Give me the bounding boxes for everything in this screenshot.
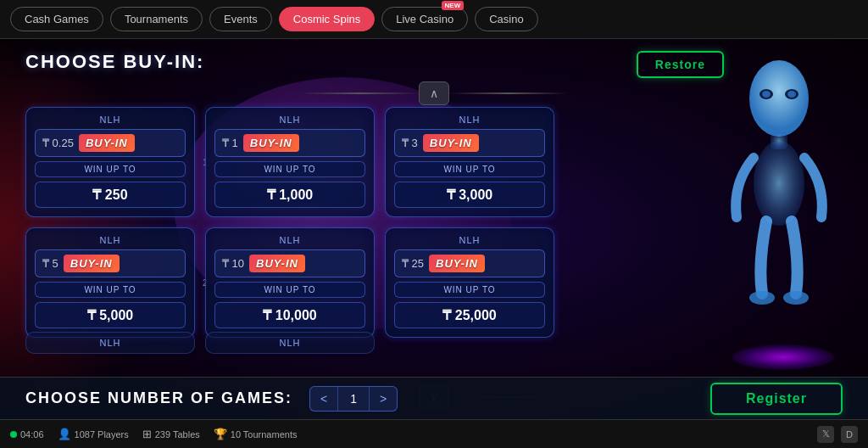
card-game-type-2: NLH [394, 115, 545, 125]
win-up-to-label-3: WIN UP TO [35, 282, 186, 298]
buy-in-card-3[interactable]: NLH ₸ 5 BUY-IN WIN UP TO ₸ 5,000 2 [25, 227, 195, 338]
main-content: CHOOSE BUY-IN: Restore ∧ NLH ₸ 0.25 BUY-… [0, 39, 868, 421]
win-amount-1: ₸ 1,000 [214, 182, 365, 208]
card-buy-in-label-2: BUY-IN [423, 134, 479, 152]
tables-label: 239 Tables [155, 429, 200, 440]
alien-character [715, 48, 851, 387]
alien-platform [732, 344, 834, 370]
time-dot [10, 431, 17, 438]
partial-card-0[interactable]: NLH [25, 332, 195, 354]
stepper-prev-button[interactable]: < [310, 387, 337, 411]
win-up-to-label-2: WIN UP TO [394, 161, 545, 177]
svg-point-0 [749, 60, 809, 137]
time-label: 04:06 [20, 429, 44, 440]
buy-in-card-0[interactable]: NLH ₸ 0.25 BUY-IN WIN UP TO ₸ 250 1 [25, 107, 195, 217]
win-amount-4: ₸ 10,000 [214, 302, 365, 328]
tab-cosmic-spins[interactable]: Cosmic Spins [279, 7, 375, 31]
card-buy-in-row-3: ₸ 5 BUY-IN [35, 249, 186, 277]
card-game-type-0: NLH [35, 115, 186, 125]
buy-in-card-2[interactable]: NLH ₸ 3 BUY-IN WIN UP TO ₸ 3,000 [385, 107, 554, 217]
partial-card-game-type-1: NLH [279, 338, 300, 348]
win-up-to-label-5: WIN UP TO [394, 282, 545, 298]
register-button[interactable]: Register [710, 383, 843, 415]
win-up-to-label-0: WIN UP TO [35, 161, 186, 177]
stepper-value: 1 [337, 387, 370, 411]
scroll-line-right [449, 92, 568, 94]
win-amount-5: ₸ 25,000 [394, 302, 545, 328]
svg-point-4 [787, 91, 796, 98]
restore-button[interactable]: Restore [637, 51, 724, 78]
num-stepper[interactable]: < 1 > [309, 386, 398, 412]
choose-num-label: CHOOSE NUMBER OF GAMES: [25, 389, 292, 407]
partial-cards-row: NLH NLH [25, 332, 375, 354]
card-game-type-5: NLH [394, 235, 545, 245]
card-amount-5: ₸ 25 [402, 257, 424, 270]
tab-cash-games[interactable]: Cash Games [10, 7, 103, 31]
card-buy-in-row-4: ₸ 10 BUY-IN [214, 249, 365, 277]
card-game-type-1: NLH [214, 115, 365, 125]
status-tables: ⊞ 239 Tables [142, 428, 200, 440]
bottom-games-section: CHOOSE NUMBER OF GAMES: < 1 > Register [0, 377, 868, 419]
buy-in-cards-grid: NLH ₸ 0.25 BUY-IN WIN UP TO ₸ 250 1 NLH … [25, 107, 554, 338]
win-amount-0: ₸ 250 [35, 182, 186, 208]
card-buy-in-row-5: ₸ 25 BUY-IN [394, 249, 545, 277]
status-tournaments: 🏆 10 Tournaments [214, 428, 298, 440]
win-up-to-label-1: WIN UP TO [214, 161, 365, 177]
scroll-line-left [300, 92, 419, 94]
scroll-up-control: ∧ [300, 81, 568, 105]
players-label: 1087 Players [75, 429, 129, 440]
buy-in-card-1[interactable]: NLH ₸ 1 BUY-IN WIN UP TO ₸ 1,000 [205, 107, 375, 217]
partial-card-1[interactable]: NLH [205, 332, 375, 354]
card-game-type-3: NLH [35, 235, 186, 245]
svg-point-6 [754, 141, 804, 226]
tournaments-icon: 🏆 [214, 428, 227, 440]
card-buy-in-row-1: ₸ 1 BUY-IN [214, 129, 365, 157]
card-buy-in-label-4: BUY-IN [249, 255, 305, 272]
new-badge-label: NEW [442, 1, 465, 10]
card-buy-in-label-1: BUY-IN [243, 134, 299, 152]
tables-icon: ⊞ [142, 428, 152, 440]
twitter-button[interactable]: 𝕏 [817, 426, 834, 443]
card-buy-in-row-0: ₸ 0.25 BUY-IN [35, 129, 186, 157]
card-buy-in-row-2: ₸ 3 BUY-IN [394, 129, 545, 157]
card-amount-0: ₸ 0.25 [42, 137, 74, 149]
card-game-type-4: NLH [214, 235, 365, 245]
buy-in-card-4[interactable]: NLH ₸ 10 BUY-IN WIN UP TO ₸ 10,000 [205, 227, 375, 338]
card-amount-1: ₸ 1 [222, 137, 238, 149]
tab-events[interactable]: Events [209, 7, 272, 31]
svg-point-3 [762, 91, 771, 98]
card-amount-2: ₸ 3 [402, 137, 418, 149]
status-time: 04:06 [10, 429, 44, 440]
win-amount-3: ₸ 5,000 [35, 302, 186, 328]
win-amount-2: ₸ 3,000 [394, 182, 545, 208]
alien-body [715, 48, 851, 387]
card-amount-3: ₸ 5 [42, 257, 58, 270]
stepper-next-button[interactable]: > [370, 387, 397, 411]
svg-point-8 [783, 291, 809, 305]
tab-live-casino[interactable]: Live Casino NEW [381, 7, 468, 31]
status-right: 𝕏 D [434, 426, 858, 443]
svg-point-7 [749, 291, 775, 305]
status-players: 👤 1087 Players [58, 428, 129, 440]
card-buy-in-label-0: BUY-IN [79, 134, 135, 152]
card-amount-4: ₸ 10 [222, 257, 244, 270]
scroll-up-button[interactable]: ∧ [419, 81, 449, 105]
nav-bar: Cash Games Tournaments Events Cosmic Spi… [0, 0, 868, 39]
alien-svg [724, 48, 834, 336]
card-buy-in-label-5: BUY-IN [429, 255, 485, 272]
win-up-to-label-4: WIN UP TO [214, 282, 365, 298]
status-bar: 04:06 👤 1087 Players ⊞ 239 Tables 🏆 10 T… [0, 419, 868, 448]
discord-button[interactable]: D [841, 426, 858, 443]
tab-casino[interactable]: Casino [475, 7, 537, 31]
status-left: 04:06 👤 1087 Players ⊞ 239 Tables 🏆 10 T… [10, 428, 434, 440]
tab-tournaments[interactable]: Tournaments [110, 7, 203, 31]
section-title: CHOOSE BUY-IN: [25, 51, 204, 73]
buy-in-card-5[interactable]: NLH ₸ 25 BUY-IN WIN UP TO ₸ 25,000 [385, 227, 554, 338]
partial-card-game-type-0: NLH [99, 338, 120, 348]
card-buy-in-label-3: BUY-IN [64, 255, 120, 272]
tournaments-label: 10 Tournaments [231, 429, 298, 440]
players-icon: 👤 [58, 428, 71, 440]
